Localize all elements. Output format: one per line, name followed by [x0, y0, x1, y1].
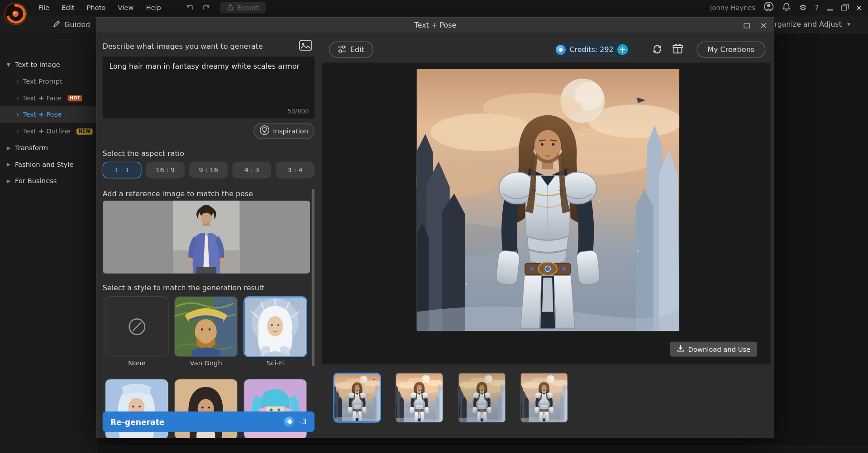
- lightbulb-icon: [260, 125, 270, 137]
- aspect-1-1[interactable]: 1 : 1: [103, 162, 142, 179]
- download-icon: [677, 344, 684, 354]
- sliders-icon: [338, 45, 346, 54]
- sidebar-section-transform[interactable]: ▶ Transform: [0, 140, 96, 156]
- preview-zone: Download and Use: [322, 62, 770, 364]
- add-credits-button[interactable]: +: [617, 44, 628, 55]
- app-window: File Edit Photo View Help Export Jonny H…: [0, 0, 868, 453]
- gift-icon[interactable]: [672, 43, 683, 57]
- aspect-16-9[interactable]: 16 : 9: [146, 162, 185, 179]
- redo-icon[interactable]: [202, 3, 210, 13]
- chevron-down-icon: ▾: [847, 20, 850, 28]
- credits-diamond-icon: [284, 416, 296, 427]
- sidebar-item-text-pose[interactable]: › Text + Pose: [0, 106, 96, 123]
- chevron-right-icon: ›: [17, 94, 19, 102]
- notifications-bell-icon[interactable]: [782, 2, 791, 13]
- style-label-sci-fi: Sci-Fi: [243, 359, 307, 367]
- none-style-icon: [129, 318, 145, 335]
- generated-image: [416, 69, 679, 331]
- menu-help[interactable]: Help: [140, 0, 167, 15]
- character-counter: 50/800: [287, 108, 309, 115]
- preview-panel: Edit Credits: 292 + My Creations: [319, 33, 775, 438]
- text-pose-dialog: Text + Pose × Describe what images you w…: [96, 17, 774, 438]
- download-and-use-button[interactable]: Download and Use: [670, 342, 757, 357]
- credits-pill[interactable]: Credits: 292 +: [553, 42, 631, 58]
- result-thumbnail-4[interactable]: [520, 373, 568, 422]
- style-card-sci-fi[interactable]: [243, 296, 307, 357]
- pencil-icon: [52, 20, 60, 29]
- triangle-right-icon: ▶: [7, 162, 10, 167]
- settings-gear-icon[interactable]: ⚙: [799, 3, 806, 13]
- pose-reference-image[interactable]: [103, 200, 310, 274]
- style-card-van-gogh[interactable]: [174, 296, 238, 357]
- menu-file[interactable]: File: [32, 0, 56, 15]
- result-thumbnail-2[interactable]: [396, 373, 443, 422]
- prompt-input[interactable]: Long hair man in fantasy dreamy white sc…: [103, 57, 315, 118]
- sidebar-item-text-prompt[interactable]: › Text Prompt: [0, 73, 96, 90]
- aspect-section-label: Select the aspect ratio: [103, 150, 184, 158]
- triangle-right-icon: ▶: [7, 178, 10, 184]
- app-logo: [4, 2, 27, 25]
- sidebar-section-text-to-image[interactable]: ▼ Text to Image: [0, 57, 96, 73]
- style-label-none: None: [105, 359, 169, 367]
- sidebar-section-for-business[interactable]: ▶ For Business: [0, 173, 96, 189]
- export-button[interactable]: Export: [220, 2, 266, 13]
- menu-photo[interactable]: Photo: [81, 0, 112, 15]
- item-label: Text + Face: [23, 94, 62, 102]
- regenerate-button[interactable]: Re-generate -3: [103, 411, 315, 432]
- item-label: Text + Pose: [23, 111, 62, 118]
- edit-label: Edit: [350, 45, 364, 53]
- my-creations-label: My Creations: [707, 45, 754, 53]
- close-window-button[interactable]: ×: [855, 4, 862, 12]
- aspect-9-16[interactable]: 9 : 16: [189, 162, 228, 179]
- item-label: Text + Outline: [23, 127, 71, 135]
- sidebar: ▼ Text to Image › Text Prompt › Text + F…: [0, 34, 97, 453]
- guided-mode-button[interactable]: Guided: [52, 20, 90, 29]
- aspect-3-4[interactable]: 3 : 4: [276, 162, 315, 179]
- style-section-label: Select a style to match the generation r…: [103, 283, 264, 292]
- sidebar-item-text-face[interactable]: › Text + Face HOT: [0, 90, 96, 106]
- sidebar-section-fashion-style[interactable]: ▶ Fashion and Style: [0, 156, 96, 173]
- style-card-none[interactable]: [105, 296, 169, 357]
- help-icon[interactable]: ?: [815, 4, 819, 12]
- generation-settings-panel: Describe what images you want to generat…: [97, 33, 319, 438]
- menu-view[interactable]: View: [112, 0, 140, 15]
- hot-badge: HOT: [67, 95, 82, 101]
- chevron-right-icon: ›: [17, 78, 19, 85]
- section-label: Fashion and Style: [15, 160, 73, 168]
- my-creations-button[interactable]: My Creations: [696, 42, 765, 58]
- restore-window-button[interactable]: [842, 5, 847, 10]
- new-badge: NEW: [76, 128, 93, 134]
- edit-button[interactable]: Edit: [329, 42, 373, 58]
- dialog-title: Text + Pose: [415, 21, 457, 29]
- organize-adjust-dropdown[interactable]: Organize and Adjust ▾: [769, 20, 850, 28]
- chevron-right-icon: ›: [17, 111, 19, 118]
- chevron-right-icon: ›: [17, 127, 19, 135]
- undo-icon[interactable]: [186, 3, 194, 13]
- result-thumbnail-3[interactable]: [458, 373, 506, 422]
- triangle-right-icon: ▶: [7, 145, 10, 151]
- export-icon: [227, 4, 234, 12]
- section-label: For Business: [15, 177, 57, 185]
- inspiration-label: Inspiration: [273, 127, 308, 135]
- dialog-maximize-button[interactable]: [744, 23, 750, 28]
- panel-scrollbar[interactable]: [312, 189, 315, 366]
- guided-label: Guided: [64, 20, 90, 28]
- section-label: Transform: [15, 144, 48, 151]
- menu-edit[interactable]: Edit: [56, 0, 81, 15]
- credits-diamond-icon: [556, 45, 566, 55]
- sidebar-item-text-outline[interactable]: › Text + Outline NEW: [0, 123, 96, 140]
- aspect-4-3[interactable]: 4 : 3: [233, 162, 272, 179]
- bottom-panel-edge: [97, 446, 868, 453]
- refresh-icon[interactable]: [652, 44, 663, 57]
- user-avatar-icon[interactable]: [764, 2, 774, 14]
- dialog-titlebar: Text + Pose ×: [97, 18, 773, 33]
- dialog-close-button[interactable]: ×: [760, 20, 767, 30]
- credits-balance: Credits: 292: [570, 45, 614, 53]
- inspiration-button[interactable]: Inspiration: [253, 123, 315, 139]
- add-image-icon[interactable]: [299, 40, 312, 53]
- minimize-button[interactable]: [827, 9, 833, 10]
- result-thumbnail-1[interactable]: [334, 373, 381, 422]
- export-label: Export: [237, 4, 259, 12]
- user-name: Jonny Haynes: [710, 4, 755, 12]
- prompt-section-label: Describe what images you want to generat…: [103, 42, 263, 50]
